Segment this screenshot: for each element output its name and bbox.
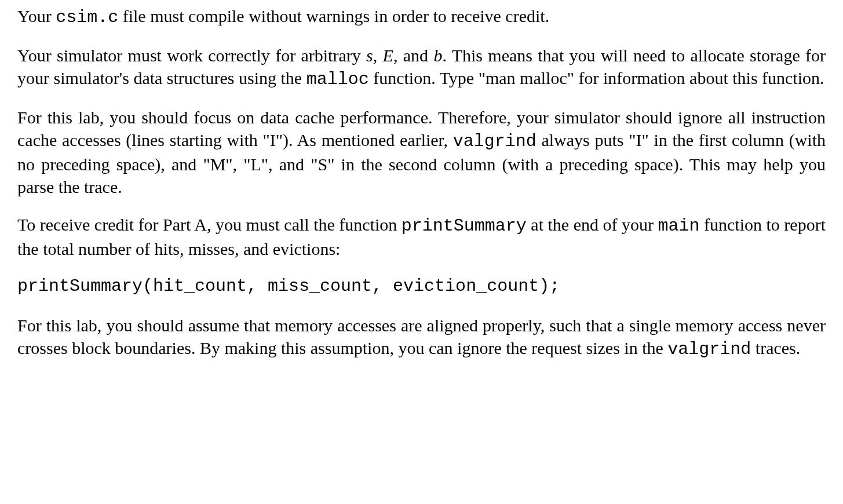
text: , and [393,46,433,65]
var-e: E [383,46,393,65]
code-valgrind: valgrind [667,339,751,359]
text: Your [17,6,56,25]
var-s: s [366,46,373,65]
code-malloc: malloc [306,70,369,89]
paragraph-compile-warning: Your csim.c file must compile without wa… [17,5,826,29]
code-block-printsummary-call: printSummary(hit_count, miss_count, evic… [17,275,826,298]
var-b: b [433,46,442,65]
code-printsummary: printSummary [402,216,527,236]
text: Your simulator must work correctly for a… [17,46,366,65]
text: traces. [751,338,800,357]
paragraph-aligned-memory: For this lab, you should assume that mem… [17,314,826,361]
code-csim-c: csim.c [56,8,118,27]
text: at the end of your [527,215,658,234]
paragraph-printsummary: To receive credit for Part A, you must c… [17,213,826,260]
text: function. Type "man malloc" for informat… [369,68,824,87]
text: file must compile without warnings in or… [118,6,549,25]
paragraph-data-cache: For this lab, you should focus on data c… [17,106,826,198]
code-valgrind: valgrind [453,132,537,151]
paragraph-arbitrary-seb: Your simulator must work correctly for a… [17,44,826,91]
text: , [373,46,383,65]
text: To receive credit for Part A, you must c… [17,215,402,234]
code-main: main [658,216,700,236]
